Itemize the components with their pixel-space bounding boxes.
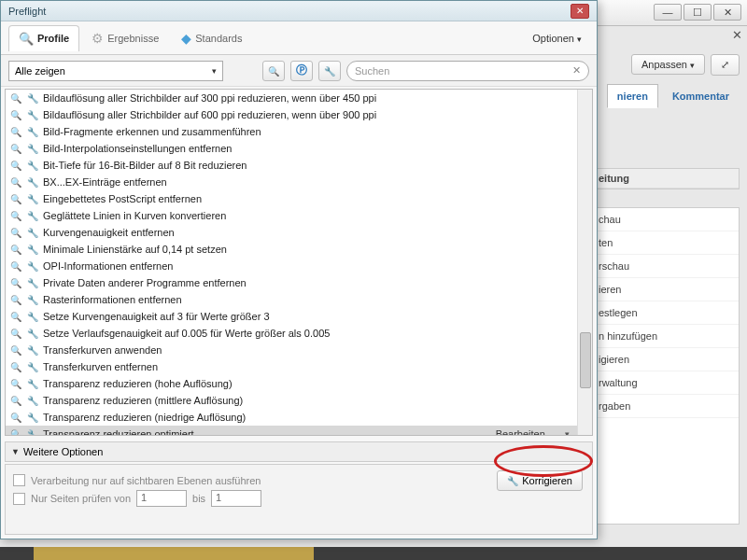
- list-item[interactable]: Bildauflösung aller Strichbilder auf 600…: [6, 106, 577, 123]
- page-to-label: bis: [192, 493, 205, 504]
- tab-results[interactable]: Ergebnisse: [81, 24, 169, 51]
- search-placeholder: Suchen: [355, 65, 389, 77]
- list-item-label: Geglättete Linien in Kurven konvertieren: [43, 210, 226, 221]
- list-item-label: OPI-Informationen entfernen: [43, 260, 173, 272]
- side-panel-item[interactable]: rschau: [591, 255, 739, 278]
- magnifier-icon: [9, 159, 22, 172]
- tool-find-icon[interactable]: [262, 61, 285, 81]
- list-item[interactable]: Transferkurven anwenden: [6, 342, 577, 358]
- side-panel-item[interactable]: igieren: [591, 348, 739, 371]
- tool-profile-icon[interactable]: Ⓟ: [290, 61, 313, 81]
- list-item[interactable]: Minimale Linienstärke auf 0,14 pt setzen: [6, 241, 577, 258]
- list-item[interactable]: Setze Kurvengenauigkeit auf 3 für Werte …: [6, 308, 577, 325]
- fix-button[interactable]: Korrigieren: [497, 470, 583, 491]
- magnifier-icon: [9, 310, 22, 323]
- expand-button[interactable]: ⤢: [711, 54, 740, 76]
- results-icon: [92, 31, 104, 46]
- magnifier-icon: [9, 175, 22, 189]
- profile-icon: [19, 32, 34, 46]
- list-item[interactable]: Transparenz reduzieren (hohe Auflösung): [6, 375, 577, 392]
- magnifier-icon: [9, 243, 22, 256]
- wrench-icon: [26, 377, 39, 390]
- more-options-bar[interactable]: ▼ Weitere Optionen: [5, 441, 593, 462]
- list-item-label: Bild-Interpolationseinstellungen entfern…: [43, 143, 232, 154]
- magnifier-icon: [9, 377, 22, 390]
- tool-wrench-icon[interactable]: [318, 61, 341, 81]
- magnifier-icon: [9, 192, 22, 205]
- host-side-panel-2: chautenrschauierenestlegenn hinzufügenig…: [590, 207, 740, 525]
- list-item[interactable]: Transparenz reduzieren (niedrige Auflösu…: [6, 409, 577, 426]
- page-range-checkbox[interactable]: [13, 493, 25, 505]
- clear-search-icon[interactable]: ✕: [572, 64, 581, 77]
- list-item[interactable]: Bild-Interpolationseinstellungen entfern…: [6, 140, 577, 157]
- side-panel-item[interactable]: estlegen: [591, 301, 739, 325]
- wrench-icon: [26, 159, 39, 172]
- wrench-icon: [26, 175, 39, 189]
- list-item[interactable]: Geglättete Linien in Kurven konvertieren: [6, 207, 577, 224]
- list-item-label: Transparenz reduzieren (mittlere Auflösu…: [43, 395, 243, 406]
- list-item[interactable]: Eingebettetes PostScript entfernen: [6, 190, 577, 207]
- wrench-icon: [26, 293, 39, 306]
- magnifier-icon: [9, 276, 22, 289]
- magnifier-icon: [9, 209, 22, 222]
- side-panel-item[interactable]: rwaltung: [591, 371, 739, 395]
- dialog-title-text: Preflight: [8, 6, 46, 17]
- side-panel-item[interactable]: ten: [591, 231, 739, 255]
- host-tab-comment[interactable]: Kommentar: [662, 84, 740, 108]
- list-item-label: Bild-Fragmente erkennen und zusammenführ…: [43, 126, 261, 137]
- side-panel-item[interactable]: ieren: [591, 278, 739, 301]
- host-max-button[interactable]: ☐: [684, 4, 712, 21]
- host-status-strip: [0, 547, 747, 560]
- magnifier-icon: [9, 226, 22, 239]
- customize-button[interactable]: Anpassen ▾: [631, 54, 705, 75]
- list-item[interactable]: Transferkurven entfernen: [6, 358, 577, 375]
- dialog-close-button[interactable]: ✕: [571, 4, 589, 19]
- magnifier-icon: [9, 125, 22, 138]
- visible-layers-checkbox[interactable]: [13, 474, 25, 486]
- list-item[interactable]: OPI-Informationen entfernen: [6, 258, 577, 274]
- list-item[interactable]: Bildauflösung aller Strichbilder auf 300…: [6, 90, 577, 106]
- edit-button[interactable]: Bearbeiten...: [496, 428, 557, 435]
- filter-combo[interactable]: Alle zeigen▾: [8, 61, 223, 81]
- list-item-label: Transferkurven entfernen: [43, 361, 158, 372]
- list-item[interactable]: Setze Verlaufsgenauigkeit auf 0.005 für …: [6, 325, 577, 342]
- magnifier-icon: [9, 91, 22, 105]
- host-close-button[interactable]: ✕: [713, 4, 741, 21]
- options-menu[interactable]: Optionen ▾: [525, 29, 589, 48]
- list-item-label: Transparenz reduzieren (hohe Auflösung): [43, 378, 233, 389]
- list-item[interactable]: Bild-Fragmente erkennen und zusammenführ…: [6, 123, 577, 140]
- list-item-label: Setze Kurvengenauigkeit auf 3 für Werte …: [43, 311, 270, 322]
- search-input[interactable]: Suchen ✕: [346, 61, 589, 81]
- list-item[interactable]: Bit-Tiefe für 16-Bit-Bilder auf 8 Bit re…: [6, 157, 577, 174]
- tab-profile[interactable]: Profile: [8, 25, 79, 51]
- side-panel-item[interactable]: chau: [591, 208, 739, 231]
- preflight-dialog: Preflight ✕ Profile Ergebnisse Standards…: [0, 0, 598, 539]
- list-item-label: Setze Verlaufsgenauigkeit auf 0.005 für …: [43, 328, 330, 339]
- list-item[interactable]: Private Daten anderer Programme entferne…: [6, 274, 577, 291]
- page-to-field[interactable]: 1: [211, 490, 261, 507]
- list-item[interactable]: Transparenz reduzieren optimiertBearbeit…: [6, 426, 577, 435]
- host-tab-sign[interactable]: nieren: [607, 84, 658, 108]
- tab-standards[interactable]: Standards: [171, 24, 252, 51]
- side-panel-item[interactable]: rgaben: [591, 395, 739, 418]
- wrench-icon: [26, 192, 39, 205]
- list-item[interactable]: Rasterinformationen entfernen: [6, 291, 577, 308]
- scroll-thumb[interactable]: [580, 332, 591, 388]
- list-item[interactable]: Transparenz reduzieren (mittlere Auflösu…: [6, 392, 577, 409]
- page-from-field[interactable]: 1: [136, 490, 187, 507]
- list-item[interactable]: Kurvengenauigkeit entfernen: [6, 224, 577, 241]
- list-item-label: Minimale Linienstärke auf 0,14 pt setzen: [43, 244, 227, 255]
- wrench-icon: [26, 142, 39, 155]
- wrench-icon: [26, 259, 39, 273]
- dialog-titlebar: Preflight ✕: [1, 1, 597, 21]
- magnifier-icon: [9, 343, 22, 357]
- wrench-icon: [26, 209, 39, 222]
- options-panel: Verarbeitung nur auf sichtbaren Ebenen a…: [5, 464, 593, 535]
- host-min-button[interactable]: —: [654, 4, 682, 21]
- scrollbar[interactable]: [577, 90, 592, 435]
- side-panel-item[interactable]: n hinzufügen: [591, 325, 739, 348]
- item-menu-icon[interactable]: ▾: [561, 429, 573, 435]
- panel-close-icon[interactable]: ✕: [730, 28, 743, 41]
- list-item[interactable]: BX...EX-Einträge entfernen: [6, 174, 577, 190]
- wrench-icon: [26, 360, 39, 373]
